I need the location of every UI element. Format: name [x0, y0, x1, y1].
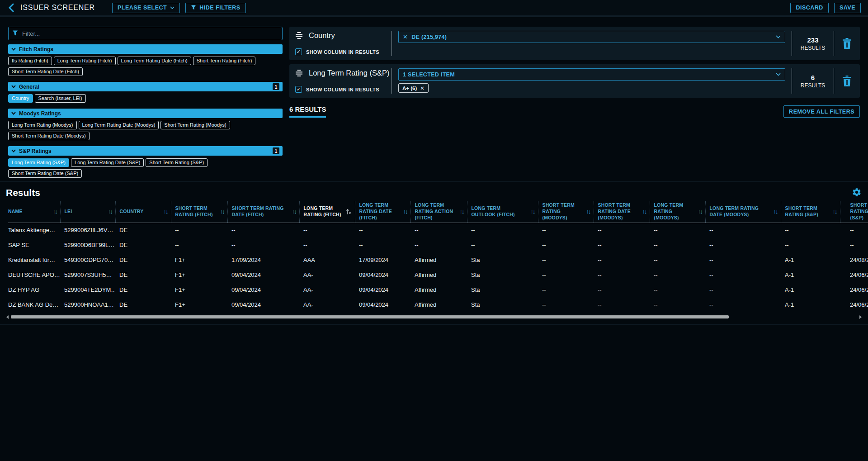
- filter-chip[interactable]: Short Term Rating Date (Fitch): [8, 67, 83, 76]
- cell: --: [650, 252, 705, 267]
- horizontal-scrollbar[interactable]: [6, 315, 862, 319]
- cell: --: [594, 267, 650, 282]
- scroll-left-arrow-icon[interactable]: [6, 315, 9, 319]
- section-header-moodys-ratings[interactable]: Moodys Ratings: [8, 109, 283, 118]
- cell: A-1: [781, 297, 840, 312]
- cell-name: DEUTSCHE APO…: [8, 267, 60, 282]
- column-header[interactable]: LONG TERM RATING ACTION (FITCH)↑↓: [410, 201, 467, 223]
- chevron-down-icon: [11, 85, 16, 88]
- section-header-general[interactable]: General 1: [8, 82, 283, 91]
- cell: 24/08/2024: [840, 252, 868, 267]
- checkbox-checked-icon[interactable]: ✓: [295, 48, 302, 55]
- column-header[interactable]: SHORT TERM RATING (S&P)↑↓: [781, 201, 840, 223]
- column-header-lei[interactable]: LEI↑↓: [60, 201, 115, 223]
- column-header-name[interactable]: NAME↑↓: [8, 201, 60, 223]
- cell: DE: [115, 238, 171, 252]
- discard-button[interactable]: DISCARD: [790, 3, 828, 13]
- preset-select-dropdown[interactable]: PLEASE SELECT: [112, 3, 180, 13]
- sort-icon[interactable]: ↑↓: [833, 208, 837, 216]
- column-header[interactable]: LONG TERM OUTLOOK (FITCH)↑↓: [467, 201, 538, 223]
- column-header[interactable]: LONG TERM RATING DATE (MOODYS)↑↓: [705, 201, 781, 223]
- table-row[interactable]: SAP SE529900D6BF99L…DE------------------…: [8, 238, 868, 252]
- filter-chip[interactable]: Short Term Rating Date (Moodys): [8, 132, 90, 140]
- section-header-fitch-ratings[interactable]: Fitch Ratings: [8, 44, 283, 54]
- drag-handle-icon[interactable]: [295, 32, 303, 39]
- table-row[interactable]: DZ BANK AG De…529900HNOAA1…DEF1+09/04/20…: [8, 297, 868, 312]
- filter-chip-active[interactable]: Country: [8, 94, 33, 103]
- filter-chip[interactable]: Search (Issuer, LEI): [35, 94, 86, 103]
- hide-filters-button[interactable]: HIDE FILTERS: [185, 3, 246, 13]
- filter-chip[interactable]: Long Term Rating (Moodys): [8, 121, 77, 129]
- remove-all-filters-button[interactable]: REMOVE ALL FILTERS: [783, 105, 860, 118]
- cell: --: [538, 282, 594, 297]
- table-settings-button[interactable]: [852, 187, 862, 197]
- sort-icon[interactable]: ↑↓: [698, 208, 702, 216]
- sort-icon[interactable]: ↑↓: [164, 208, 168, 216]
- column-header-sorted[interactable]: LONG TERM RATING (FITCH): [299, 201, 355, 223]
- results-count-tab[interactable]: 6 RESULTS: [289, 105, 326, 118]
- sort-icon[interactable]: ↑↓: [403, 208, 407, 216]
- table-row[interactable]: DZ HYP AG5299004TE2DYM…DEF1+09/04/2024AA…: [8, 282, 868, 297]
- column-header[interactable]: SHORT TERM RATING (FITCH)↑↓: [171, 201, 227, 223]
- filter-chip[interactable]: Short Term Rating (Moodys): [160, 121, 230, 129]
- drag-handle-icon[interactable]: [295, 70, 303, 76]
- scroll-right-arrow-icon[interactable]: [859, 315, 862, 319]
- column-header[interactable]: SHORT TERM RATING DATE (S&P): [840, 201, 868, 223]
- filter-chip[interactable]: Long Term Rating Date (Fitch): [118, 57, 191, 65]
- sort-icon[interactable]: ↑↓: [292, 208, 296, 216]
- sort-icon[interactable]: ↑↓: [774, 208, 778, 216]
- remove-chip-icon[interactable]: ✕: [420, 85, 425, 91]
- sort-icon[interactable]: ↑↓: [108, 208, 112, 216]
- save-button[interactable]: SAVE: [834, 3, 861, 13]
- sort-icon[interactable]: ↑↓: [460, 208, 464, 216]
- sort-icon[interactable]: ↑↓: [642, 208, 646, 216]
- cell: 09/04/2024: [227, 267, 299, 282]
- back-button[interactable]: [7, 2, 15, 13]
- show-column-toggle[interactable]: ✓ SHOW COLUMN IN RESULTS: [295, 48, 392, 55]
- cell: --: [355, 223, 410, 238]
- sort-ascending-icon[interactable]: [346, 209, 352, 215]
- remove-selection-icon[interactable]: ✕: [403, 34, 408, 40]
- sort-icon[interactable]: ↑↓: [220, 208, 224, 216]
- section-chips-fitch: Ifs Rating (Fitch)Long Term Rating (Fitc…: [8, 57, 283, 78]
- checkbox-checked-icon[interactable]: ✓: [295, 86, 302, 93]
- sort-icon[interactable]: ↑↓: [586, 208, 590, 216]
- section-chips-general: CountrySearch (Issuer, LEI): [8, 94, 283, 105]
- column-header[interactable]: SHORT TERM RATING (MOODYS)↑↓: [538, 201, 594, 223]
- rating-selection-dropdown[interactable]: 1 SELECTED ITEM: [398, 68, 785, 81]
- column-header-country[interactable]: COUNTRY↑↓: [115, 201, 171, 223]
- show-column-toggle[interactable]: ✓ SHOW COLUMN IN RESULTS: [295, 86, 392, 93]
- cell: --: [781, 223, 840, 238]
- section-header-sp-ratings[interactable]: S&P Ratings 1: [8, 146, 283, 156]
- sort-icon[interactable]: ↑↓: [53, 208, 57, 216]
- filter-chip[interactable]: Ifs Rating (Fitch): [8, 57, 52, 65]
- filter-chip[interactable]: Short Term Rating (S&P): [146, 158, 208, 167]
- divider: [834, 68, 834, 94]
- filter-chip[interactable]: Long Term Rating Date (Moodys): [79, 121, 159, 129]
- column-header[interactable]: SHORT TERM RATING DATE (MOODYS)↑↓: [594, 201, 650, 223]
- country-selection-dropdown[interactable]: ✕ DE (215,974): [398, 31, 785, 43]
- filter-chip-active[interactable]: Long Term Rating (S&P): [8, 158, 69, 167]
- cell: Sta: [467, 282, 538, 297]
- cell: --: [594, 223, 650, 238]
- selected-value-chip[interactable]: A+ (6) ✕: [398, 83, 429, 93]
- filter-chip[interactable]: Short Term Rating (Fitch): [193, 57, 256, 65]
- table-row[interactable]: Kreditanstalt für…549300GDPG70…DEF1+17/0…: [8, 252, 868, 267]
- column-header[interactable]: LONG TERM RATING DATE (FITCH)↑↓: [355, 201, 410, 223]
- sort-icon[interactable]: ↑↓: [531, 208, 535, 216]
- delete-filter-button[interactable]: [834, 64, 860, 98]
- table-row[interactable]: Talanx Aktienge…5299006ZIILJ6V…DE-------…: [8, 223, 868, 238]
- cell: 09/04/2024: [227, 297, 299, 312]
- filter-chip[interactable]: Short Term Rating Date (S&P): [8, 169, 82, 178]
- scrollbar-handle[interactable]: [11, 315, 729, 318]
- delete-filter-button[interactable]: [834, 27, 860, 60]
- column-header[interactable]: SHORT TERM RATING DATE (FITCH)↑↓: [227, 201, 299, 223]
- filter-chip[interactable]: Long Term Rating Date (S&P): [71, 158, 144, 167]
- column-header[interactable]: LONG TERM RATING (MOODYS)↑↓: [650, 201, 705, 223]
- cell-name: SAP SE: [8, 238, 60, 252]
- cell-name: DZ BANK AG De…: [8, 297, 60, 312]
- cell: AA-: [299, 297, 355, 312]
- filter-chip[interactable]: Long Term Rating (Fitch): [54, 57, 116, 65]
- table-row[interactable]: DEUTSCHE APO…5299007S3UH5…DEF1+09/04/202…: [8, 267, 868, 282]
- sidebar-filter-input[interactable]: [8, 27, 283, 40]
